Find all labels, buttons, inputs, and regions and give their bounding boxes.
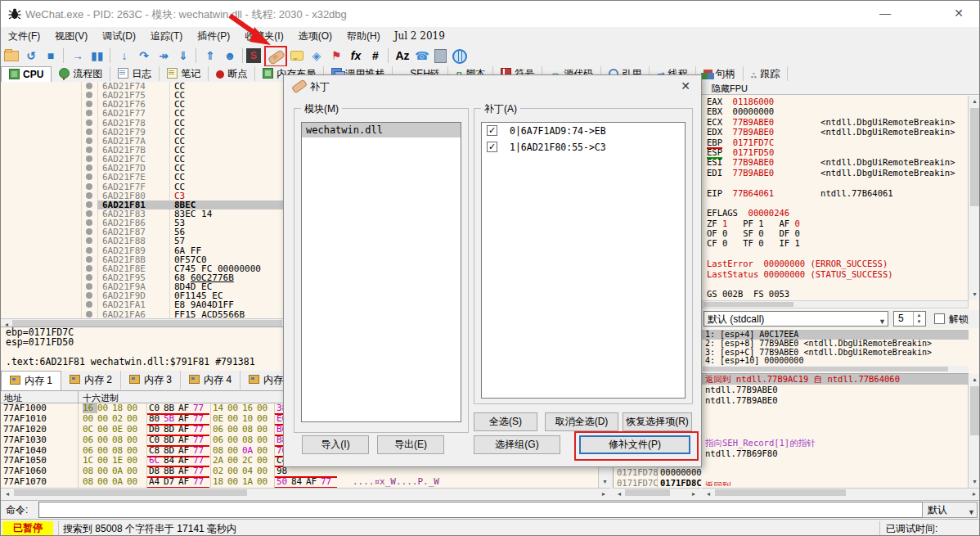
menu-options[interactable]: 选项(O) (291, 27, 339, 46)
register-line[interactable]: ZF 1 PF 1 AF 0 (702, 218, 969, 228)
menu-trace[interactable]: 追踪(T) (143, 27, 190, 46)
tab-trace[interactable]: ∴跟踪 (744, 66, 789, 81)
menu-help[interactable]: 帮助(H) (339, 27, 388, 46)
register-line[interactable]: EBP 0171FD7C (702, 137, 969, 147)
breakpoint-dot-icon[interactable] (86, 137, 92, 144)
breakpoint-dot-icon[interactable] (86, 311, 92, 318)
step-out-icon[interactable]: ⇓ (174, 47, 192, 65)
breakpoint-dot-icon[interactable] (86, 201, 92, 208)
hash-icon[interactable]: # (366, 47, 384, 65)
comment-icon[interactable] (290, 51, 303, 61)
notify-icon[interactable]: ☎ (413, 47, 431, 65)
export-button[interactable]: 导出(E) (377, 435, 444, 454)
modules-list[interactable]: wechatwin.dll (301, 122, 461, 422)
register-line[interactable]: ESP 0171FD50 (702, 147, 969, 157)
breakpoint-dot-icon[interactable] (86, 274, 92, 281)
unlock-checkbox[interactable] (934, 313, 945, 324)
argument-row[interactable]: 4: [esp+10] 00000000 (702, 357, 969, 366)
case-icon[interactable]: Az (393, 47, 411, 65)
stack-hscrollbar[interactable]: ◂▸ (613, 488, 700, 499)
step-over-icon[interactable]: ↷ (135, 47, 153, 65)
breakpoint-dot-icon[interactable] (86, 283, 92, 290)
breakpoint-dot-icon[interactable] (86, 292, 92, 299)
globe-icon[interactable] (452, 49, 467, 64)
patch-checkbox[interactable]: ✓ (487, 125, 497, 136)
label-icon[interactable]: ◈ (308, 47, 326, 65)
breakpoint-dot-icon[interactable] (86, 183, 92, 190)
tab-cpu[interactable]: CPU (1, 66, 52, 83)
stack-comment-row[interactable]: ntdll.77B69F80 (702, 448, 969, 459)
stop-icon[interactable]: ■ (42, 47, 60, 65)
arg-depth-spinner[interactable]: 5▲▼ (893, 311, 926, 327)
breakpoint-dot-icon[interactable] (86, 128, 92, 135)
deselect-all-button[interactable]: 取消全选(D) (545, 412, 618, 431)
register-line[interactable]: EAX 01186000 (702, 97, 969, 106)
tab-breakpoints[interactable]: 断点 (209, 66, 255, 81)
tab-notes[interactable]: 笔记 (160, 66, 209, 81)
breakpoint-dot-icon[interactable] (86, 101, 92, 107)
dump-tab[interactable]: 内存 4 (181, 371, 241, 390)
stack-comment-row[interactable]: 返回到 ntdll.77B9AC19 自 ntdll.77B64060 (702, 374, 969, 385)
breakpoint-dot-icon[interactable] (86, 228, 92, 235)
stack-comment-row[interactable] (702, 470, 969, 480)
stack-comment-row[interactable] (702, 427, 969, 438)
stack-row[interactable]: 0171FD7800000000 (614, 467, 701, 478)
open-file-icon[interactable] (4, 51, 19, 61)
arguments-panel[interactable]: 1: [esp+4] A0C17EEA2: [esp+8] 77B9ABE0 <… (702, 330, 969, 367)
command-profile-select[interactable]: 默认▼ (922, 502, 978, 518)
patch-list-item[interactable]: ✓1|6AD21F80:55->C3 (482, 139, 685, 155)
run-icon[interactable]: → (69, 47, 87, 65)
registers-vscrollbar[interactable]: ▴▾ (968, 96, 980, 300)
restore-selection-button[interactable]: 恢复选择项(R) (623, 412, 692, 431)
register-line[interactable]: LastError 00000000 (ERROR_SUCCESS) (702, 259, 969, 268)
register-line[interactable]: EBX 00000000 (702, 106, 969, 116)
breakpoint-dot-icon[interactable] (86, 164, 92, 171)
patch-file-button[interactable]: 修补文件(P) (579, 435, 690, 454)
dump-tab[interactable]: 内存 3 (121, 371, 181, 390)
register-line[interactable]: ESI 77B9ABE0 <ntdll.DbgUiRemoteBreakin> (702, 157, 969, 167)
register-line[interactable]: EDI 77B9ABE0 <ntdll.DbgUiRemoteBreakin> (702, 168, 969, 178)
menu-debug[interactable]: 调试(D) (95, 27, 143, 46)
import-button[interactable]: 导入(I) (302, 435, 369, 454)
breakpoint-dot-icon[interactable] (86, 247, 92, 254)
register-line[interactable]: EFLAGS 00000246 (702, 208, 969, 218)
breakpoint-dot-icon[interactable] (86, 210, 92, 217)
stack-comment-row[interactable]: ntdll.77B9ABE0 (702, 385, 969, 395)
register-line[interactable] (702, 249, 969, 259)
calling-convention-select[interactable]: 默认 (stdcall)▼ (704, 311, 888, 327)
breakpoint-dot-icon[interactable] (86, 119, 92, 126)
register-line[interactable]: CF 0 TF 0 IF 1 (702, 238, 969, 248)
patch-checkbox[interactable]: ✓ (487, 142, 497, 152)
register-line[interactable]: LastStatus 00000000 (STATUS_SUCCESS) (702, 269, 969, 279)
breakpoint-dot-icon[interactable] (86, 192, 92, 199)
breakpoint-dot-icon[interactable] (86, 265, 92, 272)
dump-hscrollbar[interactable]: ◂▸ (1, 488, 610, 499)
tab-handles[interactable]: 句柄 (696, 66, 744, 81)
breakpoint-dot-icon[interactable] (86, 173, 92, 180)
dialog-close-button[interactable]: ✕ (678, 79, 693, 93)
execute-till-return-icon[interactable]: ⇑ (201, 47, 219, 65)
register-line[interactable] (702, 279, 969, 289)
breakpoint-dot-icon[interactable] (86, 92, 92, 98)
step-into-icon[interactable]: ↓ (115, 47, 133, 65)
patch-list-item[interactable]: ✓0|6A7F1AD9:74->EB (482, 123, 685, 139)
breakpoint-dot-icon[interactable] (86, 219, 92, 226)
dump-tab[interactable]: 内存 1 (1, 371, 61, 390)
register-line[interactable] (702, 198, 969, 208)
menu-view[interactable]: 视图(V) (47, 27, 95, 46)
stack-comment-row[interactable] (702, 459, 969, 470)
hide-fpu-button[interactable]: 隐藏FPU (702, 82, 980, 95)
menu-file[interactable]: 文件(F) (1, 27, 47, 46)
register-line[interactable]: ECX 77B9ABE0 <ntdll.DbgUiRemoteBreakin> (702, 117, 969, 127)
stack-comment-row[interactable]: ntdll.77B9ABE0 (702, 395, 969, 406)
register-line[interactable]: EDX 77B9ABE0 <ntdll.DbgUiRemoteBreakin> (702, 127, 969, 137)
argument-row[interactable]: 2: [esp+8] 77B9ABE0 <ntdll.DbgUiRemoteBr… (702, 340, 969, 349)
stack-comment-row[interactable] (702, 417, 969, 427)
bookmark-icon[interactable]: ⚑ (327, 47, 345, 65)
run-to-user-code-icon[interactable]: ↠ (155, 47, 173, 65)
select-all-button[interactable]: 全选(S) (474, 412, 537, 431)
breakpoint-dot-icon[interactable] (86, 256, 92, 263)
arguments-hscrollbar[interactable] (702, 366, 969, 372)
breakpoint-dot-icon[interactable] (86, 237, 92, 244)
pause-icon[interactable]: ▮▮ (88, 47, 106, 65)
